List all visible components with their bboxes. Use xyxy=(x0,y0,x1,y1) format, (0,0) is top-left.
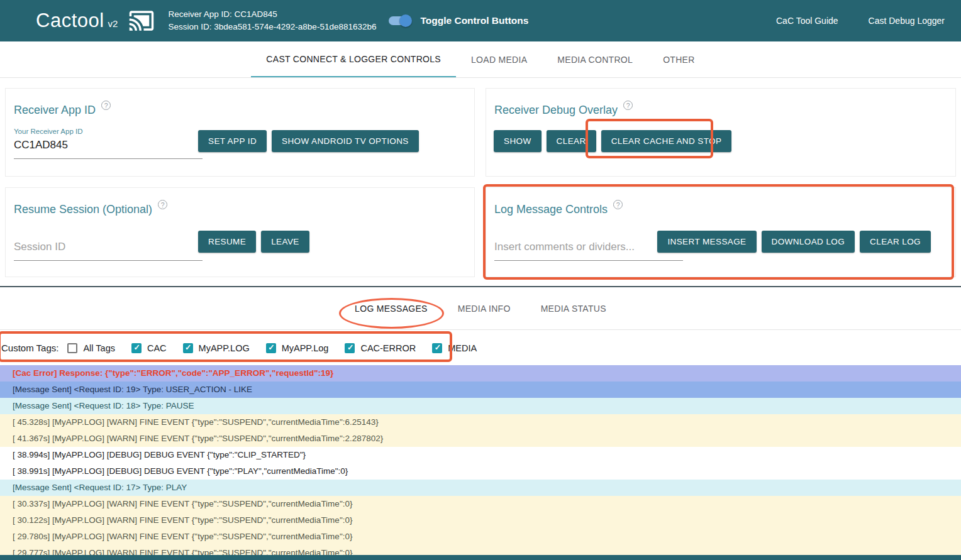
panel-title-text: Receiver App ID xyxy=(14,104,96,117)
receiver-app-id-panel-title: Receiver App ID ? xyxy=(14,104,111,117)
log-message-controls-panel: Log Message Controls ? INSERT MESSAGE DO… xyxy=(486,187,956,277)
session-id-text: Session ID: 3bdea581-574e-4292-a8be-51de… xyxy=(168,21,376,33)
checkbox-checked-icon[interactable] xyxy=(183,343,193,353)
custom-tag-label: CAC-ERROR xyxy=(360,343,416,353)
clear-overlay-button[interactable]: CLEAR xyxy=(547,130,596,152)
connection-info: Receiver App ID: CC1AD845 Session ID: 3b… xyxy=(168,8,376,33)
set-app-id-button[interactable]: SET APP ID xyxy=(198,130,267,152)
help-icon[interactable]: ? xyxy=(613,200,623,209)
clear-cache-and-stop-button[interactable]: CLEAR CACHE AND STOP xyxy=(601,130,732,152)
panel-title-text: Log Message Controls xyxy=(494,203,608,216)
header-links: CaC Tool Guide Cast Debug Logger xyxy=(776,16,945,26)
receiver-debug-overlay-panel: Receiver Debug Overlay ? SHOW CLEAR CLEA… xyxy=(486,88,956,177)
custom-tag-label: CAC xyxy=(147,343,167,353)
log-row[interactable]: [ 38.991s] [MyAPP.LOG] [DEBUG] DEBUG EVE… xyxy=(0,463,961,480)
footer-bar xyxy=(0,555,961,560)
checkbox-unchecked-icon[interactable] xyxy=(67,343,77,353)
custom-tag-item[interactable]: All Tags xyxy=(67,343,115,353)
log-tab-bar: LOG MESSAGES MEDIA INFO MEDIA STATUS xyxy=(0,287,961,330)
control-buttons-toggle[interactable] xyxy=(389,16,410,25)
custom-tag-label: MEDIA xyxy=(448,343,477,353)
tab-cast-connect-logger-controls[interactable]: CAST CONNECT & LOGGER CONTROLS xyxy=(251,41,456,77)
insert-message-button[interactable]: INSERT MESSAGE xyxy=(657,231,756,253)
show-overlay-button[interactable]: SHOW xyxy=(494,130,542,152)
custom-tags-bar: Custom Tags: All TagsCACMyAPP.LOGMyAPP.L… xyxy=(0,331,961,365)
checkbox-checked-icon[interactable] xyxy=(131,343,142,353)
app-version: v2 xyxy=(108,18,118,29)
tab-media-info[interactable]: MEDIA INFO xyxy=(443,287,526,329)
help-icon[interactable]: ? xyxy=(101,101,111,110)
receiver-debug-overlay-panel-title: Receiver Debug Overlay ? xyxy=(494,104,633,117)
custom-tag-item[interactable]: CAC-ERROR xyxy=(345,343,416,353)
panel-title-text: Receiver Debug Overlay xyxy=(494,104,618,117)
custom-tag-label: MyAPP.Log xyxy=(282,343,329,353)
tab-log-messages[interactable]: LOG MESSAGES xyxy=(340,287,443,329)
checkbox-checked-icon[interactable] xyxy=(266,343,276,353)
custom-tag-item[interactable]: MEDIA xyxy=(432,343,477,353)
leave-button[interactable]: LEAVE xyxy=(261,231,309,253)
checkbox-checked-icon[interactable] xyxy=(345,343,355,353)
help-icon[interactable]: ? xyxy=(623,101,633,110)
receiver-app-id-text: Receiver App ID: CC1AD845 xyxy=(168,8,376,21)
custom-tags-label: Custom Tags: xyxy=(1,343,58,353)
resume-session-panel-title: Resume Session (Optional) ? xyxy=(14,203,167,216)
log-comment-field xyxy=(494,238,683,261)
log-row[interactable]: [Message Sent] <Request ID: 17> Type: PL… xyxy=(0,480,961,496)
app-header: Cactool v2 Receiver App ID: CC1AD845 Ses… xyxy=(0,0,961,41)
app-title: Cactool v2 xyxy=(36,9,118,32)
receiver-app-id-field-label: Your Receiver App ID xyxy=(14,128,203,135)
session-id-input[interactable] xyxy=(14,238,203,261)
custom-tag-item[interactable]: MyAPP.LOG xyxy=(183,343,250,353)
receiver-app-id-input[interactable] xyxy=(14,136,203,159)
tab-other[interactable]: OTHER xyxy=(648,41,710,77)
cast-icon xyxy=(126,8,157,34)
receiver-app-id-panel: Receiver App ID ? Your Receiver App ID S… xyxy=(5,88,475,177)
cast-debug-logger-link[interactable]: Cast Debug Logger xyxy=(869,16,945,26)
main-tab-bar: CAST CONNECT & LOGGER CONTROLS LOAD MEDI… xyxy=(0,41,961,78)
log-row[interactable]: [ 38.994s] [MyAPP.LOG] [DEBUG] DEBUG EVE… xyxy=(0,447,961,463)
cac-tool-guide-link[interactable]: CaC Tool Guide xyxy=(776,16,838,26)
tab-media-status[interactable]: MEDIA STATUS xyxy=(526,287,621,329)
resume-button[interactable]: RESUME xyxy=(198,231,256,253)
show-android-tv-options-button[interactable]: SHOW ANDROID TV OPTIONS xyxy=(272,130,419,152)
custom-tag-label: MyAPP.LOG xyxy=(199,343,250,353)
log-message-controls-panel-title: Log Message Controls ? xyxy=(494,203,623,216)
log-comment-input[interactable] xyxy=(494,238,683,261)
help-icon[interactable]: ? xyxy=(158,200,167,209)
toggle-knob[interactable] xyxy=(399,14,412,27)
custom-tags-list: All TagsCACMyAPP.LOGMyAPP.LogCAC-ERRORME… xyxy=(67,343,477,353)
log-row[interactable]: [Message Sent] <Request ID: 19> Type: US… xyxy=(0,382,961,398)
resume-session-panel: Resume Session (Optional) ? RESUME LEAVE xyxy=(5,187,475,277)
clear-log-button[interactable]: CLEAR LOG xyxy=(860,231,931,253)
toggle-label: Toggle Control Buttons xyxy=(420,15,528,26)
log-row[interactable]: [ 41.367s] [MyAPP.LOG] [WARN] FINE EVENT… xyxy=(0,431,961,447)
checkbox-checked-icon[interactable] xyxy=(432,343,442,353)
receiver-app-id-field: Your Receiver App ID xyxy=(14,128,203,159)
log-row[interactable]: [Cac Error] Response: {"type":"ERROR","c… xyxy=(0,365,961,382)
download-log-button[interactable]: DOWNLOAD LOG xyxy=(762,231,855,253)
log-row[interactable]: [ 45.328s] [MyAPP.LOG] [WARN] FINE EVENT… xyxy=(0,414,961,431)
session-id-field xyxy=(14,238,203,261)
log-row[interactable]: [ 29.780s] [MyAPP.LOG] [WARN] FINE EVENT… xyxy=(0,529,961,545)
custom-tag-item[interactable]: MyAPP.Log xyxy=(266,343,329,353)
tab-load-media[interactable]: LOAD MEDIA xyxy=(456,41,542,77)
log-row[interactable]: [ 30.337s] [MyAPP.LOG] [WARN] FINE EVENT… xyxy=(0,496,961,512)
custom-tag-item[interactable]: CAC xyxy=(131,343,167,353)
log-rows: [Cac Error] Response: {"type":"ERROR","c… xyxy=(0,365,961,560)
app-name: Cactool xyxy=(36,9,104,32)
tab-media-control[interactable]: MEDIA CONTROL xyxy=(542,41,648,77)
log-row[interactable]: [Message Sent] <Request ID: 18> Type: PA… xyxy=(0,398,961,414)
custom-tag-label: All Tags xyxy=(83,343,115,353)
panel-title-text: Resume Session (Optional) xyxy=(14,203,152,216)
log-row[interactable]: [ 30.122s] [MyAPP.LOG] [WARN] FINE EVENT… xyxy=(0,512,961,529)
